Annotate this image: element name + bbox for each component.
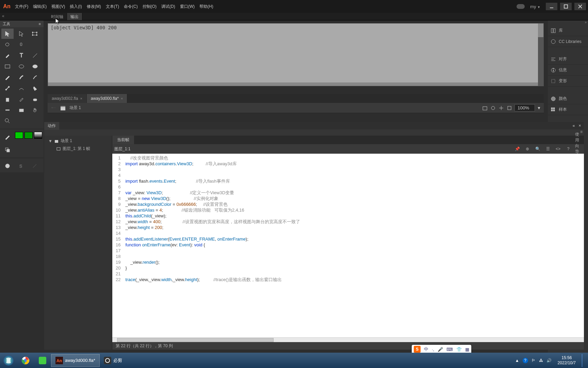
swap-colors-icon[interactable] [1,145,14,155]
close-tab-icon[interactable]: × [80,96,82,101]
zoom-input[interactable] [514,104,535,111]
hand-tool[interactable] [29,105,41,115]
tray-arrow-icon[interactable]: ▲ [515,358,519,363]
menu-control[interactable]: 控制(O) [143,4,157,10]
pencil-tool[interactable] [1,72,14,82]
menu-file[interactable]: 文件(F) [15,4,28,10]
lasso-tool[interactable] [1,40,14,50]
maximize-button[interactable] [560,3,572,10]
panel-cc-libraries[interactable]: CC Libraries [548,36,588,47]
taskbar-animate[interactable]: An away3d000.fla* [51,354,100,367]
ime-menu-icon[interactable]: ▦ [465,347,469,352]
ink-bottle-tool[interactable] [1,94,14,104]
polystar-tool[interactable] [29,61,41,72]
start-button[interactable] [0,354,17,367]
pen-tool[interactable] [1,50,14,61]
sogou-icon[interactable]: S [414,346,421,353]
bind-tool[interactable] [15,83,28,93]
show-desktop-button[interactable] [582,354,585,367]
panel-info[interactable]: 信息 [548,65,588,76]
paint-brush-tool[interactable] [29,72,41,82]
collapse-arrow-icon[interactable]: « [2,14,4,18]
text-tool[interactable]: T [15,50,28,61]
ime-skin-icon[interactable]: 👕 [456,347,462,352]
panel-library[interactable]: 库 [548,25,588,36]
tray-volume-icon[interactable]: 🔊 [546,358,552,363]
center-stage-icon[interactable] [498,105,504,111]
oval-tool[interactable] [15,61,28,72]
stroke-color-tool[interactable] [1,132,14,142]
taskbar-app-green[interactable] [34,354,51,367]
width-tool[interactable] [1,105,14,115]
close-panel-icon[interactable]: × [577,123,583,128]
close-button[interactable] [574,3,586,10]
output-vscrollbar[interactable] [538,24,543,86]
paint-bucket-tool[interactable] [29,83,41,93]
ime-lang[interactable]: 中 [424,346,428,352]
eraser-tool[interactable] [29,94,41,104]
gradient-swatch[interactable] [34,132,42,139]
stroke-color-swatch[interactable] [24,132,33,139]
tree-scene[interactable]: ▼ 场景 1 [46,137,111,145]
panel-swatches[interactable]: 样本 [548,104,588,115]
doc-tab-2[interactable]: away3d000.fla*× [87,94,128,103]
insert-target-icon[interactable]: ⊕ [524,145,531,152]
tray-help-icon[interactable]: ? [523,358,528,363]
tree-layer-frame[interactable]: 图层_1: 第 1 帧 [46,145,111,153]
bone-tool[interactable] [1,83,14,93]
ime-voice-icon[interactable]: 🎤 [438,347,443,352]
tray-clock[interactable]: 15:56 2022/10/7 [555,355,578,366]
help-icon[interactable]: ? [565,145,572,152]
output-hscrollbar[interactable] [48,82,538,86]
snap-option[interactable] [1,161,14,171]
menu-edit[interactable]: 编辑(E) [33,4,47,10]
zoom-tool[interactable] [1,116,14,126]
tab-output[interactable]: 输出 [67,13,82,20]
collapse-icon[interactable]: « [571,123,576,128]
menu-window[interactable]: 窗口(W) [180,4,195,10]
ime-punct-icon[interactable]: ·, [432,347,434,352]
menu-command[interactable]: 命令(C) [124,4,138,10]
menu-insert[interactable]: 插入(I) [70,4,82,10]
menu-help[interactable]: 帮助(H) [199,4,213,10]
panel-menu-icon[interactable]: ≡ [39,22,41,26]
line-tool[interactable] [29,50,41,61]
menu-modify[interactable]: 修改(M) [87,4,101,10]
fill-color-swatch[interactable] [15,132,23,139]
brush-tool[interactable] [15,72,28,82]
menu-view[interactable]: 视图(V) [51,4,65,10]
menu-text[interactable]: 文本(T) [106,4,119,10]
panel-align[interactable]: 对齐 [548,54,588,65]
taskbar-chrome[interactable] [17,354,34,367]
magic-wand-tool[interactable] [15,40,28,50]
clip-content-icon[interactable] [506,105,512,111]
code-tab-current[interactable]: 当前帧 [112,136,134,144]
panel-transform[interactable]: 变形 [548,76,588,87]
menu-debug[interactable]: 调试(D) [161,4,175,10]
camera-tool[interactable] [15,105,28,115]
tab-timeline[interactable]: 时间轴 [48,13,67,20]
taskbar-bijian[interactable]: 必剪 [100,354,126,367]
panel-color[interactable]: 颜色 [548,93,588,104]
expand-arrow-icon[interactable]: » [585,20,587,25]
sync-toggle[interactable] [517,4,525,9]
code-content[interactable]: //改变视图背景颜色 import away3d.containers.View… [122,154,584,342]
code-snippets-icon[interactable]: <> [555,145,561,152]
close-tab-icon[interactable]: × [121,96,123,101]
ime-keyboard-icon[interactable]: ⌨ [446,347,453,352]
doc-tab-1[interactable]: away3d002.fla× [48,94,87,103]
pin-script-icon[interactable]: 📌 [514,145,521,152]
selection-tool[interactable] [1,29,14,39]
free-transform-tool[interactable] [29,29,41,39]
find-icon[interactable]: 🔍 [534,145,541,152]
format-code-icon[interactable]: ☰ [544,145,551,152]
tab-actions[interactable]: 动作 [44,122,59,130]
edit-symbol-icon[interactable] [490,105,496,111]
minimize-button[interactable] [546,3,557,10]
tray-action-center-icon[interactable]: 🏳 [532,358,536,363]
add-wizard-button[interactable]: 使用向导添加 [575,145,582,152]
zoom-dropdown-icon[interactable]: ▼ [537,106,541,110]
subselection-tool[interactable] [15,29,28,39]
code-editor[interactable]: 12345678910111213141516171819202122 //改变… [112,154,584,342]
rectangle-tool[interactable] [1,61,14,72]
